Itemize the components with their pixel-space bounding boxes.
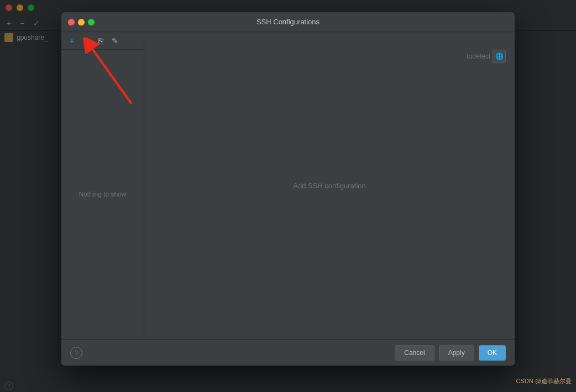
add-ssh-config-button[interactable]: + (66, 35, 78, 47)
left-panel-content: Nothing to show (61, 50, 144, 339)
left-panel: + − ⎘ ✎ Nothing to show (61, 32, 144, 339)
ssh-configurations-dialog: SSH Configurations + − ⎘ ✎ Nothing to sh… (61, 12, 515, 365)
right-panel: todetect 🌐 Add SSH configuration (144, 32, 515, 339)
remove-ssh-config-button[interactable]: − (80, 35, 92, 47)
dialog-title: SSH Configurations (256, 18, 320, 26)
dialog-maximize-button[interactable] (88, 19, 95, 25)
left-panel-toolbar: + − ⎘ ✎ (61, 32, 144, 50)
dialog-body: + − ⎘ ✎ Nothing to show todetect 🌐 Add S… (61, 32, 515, 339)
dialog-footer: ? Cancel Apply OK (61, 339, 515, 365)
apply-button[interactable]: Apply (439, 345, 474, 361)
ok-button[interactable]: OK (479, 345, 506, 361)
dialog-titlebar: SSH Configurations (61, 12, 515, 32)
autodetect-label: todetect (467, 52, 490, 60)
dialog-close-button[interactable] (68, 19, 75, 25)
edit-ssh-config-button[interactable]: ✎ (109, 35, 121, 47)
copy-ssh-config-button[interactable]: ⎘ (95, 35, 107, 47)
dialog-minimize-button[interactable] (78, 19, 85, 25)
globe-button[interactable]: 🌐 (493, 50, 506, 63)
autodetect-area: todetect 🌐 (467, 50, 506, 63)
nothing-to-show-label: Nothing to show (78, 190, 126, 198)
footer-left: ? (70, 347, 82, 359)
dialog-traffic-lights (68, 19, 95, 25)
help-button[interactable]: ? (70, 347, 82, 359)
watermark: CSDN @迪菲赫尔曼 (516, 377, 572, 385)
add-ssh-hint-label: Add SSH configuration (293, 182, 366, 190)
cancel-button[interactable]: Cancel (395, 345, 434, 361)
